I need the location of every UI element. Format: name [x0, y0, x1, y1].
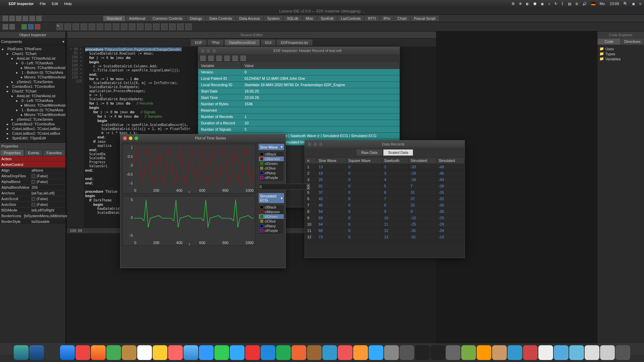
editor-tab[interactable]: *Plot — [207, 39, 224, 46]
volume-icon[interactable]: 🔊 — [582, 2, 587, 6]
data-row[interactable]: 1168012-31-24 — [305, 228, 465, 234]
property-row[interactable]: AllowDropFiles(False) — [0, 173, 65, 179]
color-item[interactable]: clOlive — [259, 219, 284, 224]
component-tab[interactable]: SQLdb — [283, 16, 302, 21]
dock-app-icon[interactable] — [106, 345, 121, 360]
color-item[interactable]: clPurple — [259, 228, 284, 233]
close-icon[interactable] — [308, 142, 311, 146]
stop-icon[interactable] — [35, 24, 40, 29]
dock-app-icon[interactable] — [384, 345, 399, 360]
component-tab[interactable]: Pascal Script — [411, 16, 439, 21]
dock-app-icon[interactable] — [214, 345, 229, 360]
dock-app-icon[interactable] — [399, 345, 414, 360]
data-row[interactable]: 1273013-51-19 — [305, 234, 465, 240]
property-row[interactable]: AlphaBlend(False) — [0, 179, 65, 185]
color-listbox-2[interactable]: clBlackclMaroonclGreenclOliveclNavyclPur… — [259, 204, 284, 235]
property-row[interactable]: Anchors[akTop,akLeft] — [0, 190, 65, 196]
tab-directives[interactable]: Directives — [621, 38, 644, 45]
component-tab[interactable]: System — [264, 16, 283, 21]
tab-scaled-data[interactable]: Scaled Data — [383, 149, 413, 156]
component-icon[interactable] — [185, 23, 192, 30]
color-item[interactable]: clMaroon — [259, 209, 284, 214]
tree-item[interactable]: ▸ColorListBox1: TColorListBox — [1, 126, 65, 131]
status-icon[interactable]: ↻ — [554, 2, 557, 6]
dock-app-icon[interactable] — [29, 345, 44, 360]
spin-edit[interactable]: ▲▼ — [259, 184, 284, 190]
component-icon[interactable] — [64, 23, 71, 30]
component-tab[interactable]: Misc — [303, 16, 317, 21]
tree-item[interactable]: ▸ColorListBox2: TColorListBox — [1, 131, 65, 136]
component-icon[interactable] — [153, 23, 160, 30]
bluetooth-icon[interactable]: ᛒ — [561, 2, 564, 6]
component-icon[interactable] — [97, 23, 103, 30]
component-tab[interactable]: LazControls — [337, 16, 364, 21]
run-icon[interactable] — [21, 24, 27, 29]
minimize-icon[interactable] — [129, 136, 132, 140]
properties-grid[interactable]: ActionActiveControlAlignalNoneAllowDropF… — [0, 156, 65, 225]
component-icon[interactable] — [129, 23, 136, 30]
tree-item[interactable]: ▸0 - Left: TChartAxis — [1, 61, 65, 65]
component-tab[interactable]: Dialogs — [186, 16, 206, 21]
component-tree[interactable]: ▸PlotForm: TPlotForm▸Chart1: TChart▸Axis… — [0, 45, 65, 142]
data-row[interactable]: 32504-16-43 — [305, 177, 465, 183]
tree-item[interactable]: ▸ComboBox1: TComboBox — [1, 84, 65, 89]
col-header[interactable]: Simulated — [409, 158, 436, 164]
component-icon[interactable] — [113, 23, 119, 30]
data-grid[interactable]: nSine WaveSquare WaveSawtoothSimulatedSi… — [305, 157, 465, 258]
dock-app-icon[interactable] — [492, 345, 507, 360]
dock-app-icon[interactable] — [523, 345, 538, 360]
close-icon[interactable] — [201, 49, 205, 53]
tree-item[interactable]: ▸AxisList: TChartAxisList — [1, 94, 65, 98]
tree-item[interactable]: ▸Minors: TChartMinorAxisList — [1, 75, 65, 79]
dock-app-icon[interactable] — [477, 345, 491, 360]
property-row[interactable]: AutoSize(False) — [0, 202, 65, 207]
color-item[interactable]: clGreen — [259, 214, 284, 219]
signal-combo-1[interactable]: Sine Wave▾ — [259, 144, 284, 150]
property-row[interactable]: ActiveControl — [0, 162, 65, 168]
dock-app-icon[interactable] — [600, 345, 615, 360]
dock-app-icon[interactable] — [538, 345, 553, 360]
dock-app-icon[interactable] — [153, 345, 167, 360]
tree-item[interactable]: ▸Minors: TChartMinorAxisList — [1, 65, 65, 70]
tool-icon[interactable] — [240, 56, 246, 61]
tree-item[interactable]: ▸Chart1: TChart — [1, 51, 65, 56]
component-icon[interactable] — [105, 23, 111, 30]
component-icon[interactable] — [145, 23, 152, 30]
tree-item[interactable]: ▸1 - Bottom (t): TChartAxis — [1, 70, 65, 75]
component-tab[interactable]: Standard — [103, 16, 125, 21]
color-item[interactable]: clBlack — [259, 205, 284, 209]
zoom-icon[interactable] — [135, 136, 138, 140]
color-item[interactable]: clOlive — [259, 166, 284, 171]
color-item[interactable]: clNavy — [259, 224, 284, 228]
components-combo[interactable]: Components▾ — [0, 39, 65, 45]
tree-item[interactable]: ▸PlotForm: TPlotForm — [1, 47, 65, 51]
tree-item[interactable]: ▸ySeries2: TLineSeries — [1, 117, 65, 122]
dock-app-icon[interactable] — [199, 345, 214, 360]
ce-item[interactable]: 📁 Uses — [599, 46, 643, 51]
dock-app-icon[interactable] — [585, 345, 599, 360]
color-listbox-1[interactable]: clBlackclMaroonclGreenclOliveclNavyclPur… — [259, 152, 284, 182]
dock-app-icon[interactable] — [430, 345, 445, 360]
dock-app-icon[interactable] — [168, 345, 183, 360]
component-tab[interactable]: RTTI — [365, 16, 379, 21]
tool-icon[interactable] — [232, 56, 238, 61]
data-row[interactable]: 854098-30 — [305, 208, 465, 215]
tree-item[interactable]: ▸SpinEdit1: TSpinEdit — [1, 136, 65, 140]
tab-properties[interactable]: Properties — [0, 149, 24, 156]
dock-app-icon[interactable] — [353, 345, 368, 360]
component-icon[interactable] — [177, 23, 184, 30]
tool-icon[interactable] — [16, 16, 21, 21]
component-icon[interactable] — [121, 23, 127, 30]
dock-app-icon[interactable] — [307, 345, 322, 360]
signal-combo-2[interactable]: Simulated ECG▾ — [259, 193, 284, 203]
menu-file[interactable]: File — [40, 2, 46, 6]
color-item[interactable]: clNavy — [259, 171, 284, 175]
dock-app-icon[interactable] — [245, 345, 260, 360]
dock-app-icon[interactable] — [338, 345, 353, 360]
dock-app-icon[interactable] — [137, 345, 152, 360]
col-header[interactable]: Square Wave — [346, 158, 382, 164]
spin-down-icon[interactable]: ▼ — [307, 187, 310, 190]
property-row[interactable]: Action — [0, 156, 65, 162]
tool-icon[interactable] — [208, 56, 214, 61]
menu-help[interactable]: Help — [64, 2, 72, 6]
